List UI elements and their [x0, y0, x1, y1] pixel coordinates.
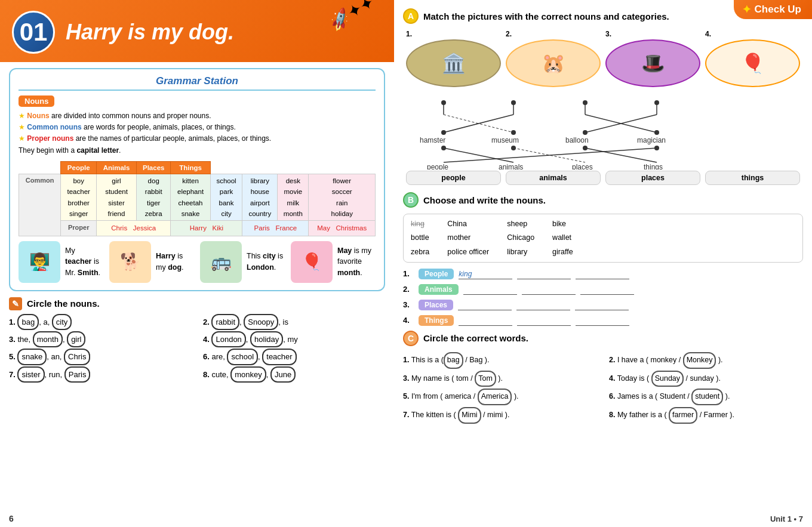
table-cell: flowersoccerrainholiday — [309, 174, 376, 221]
checkup-label: Check Up — [755, 4, 801, 16]
london-image: 🚌 — [200, 241, 242, 283]
category-box-people: people — [406, 171, 501, 185]
fill-line-4b[interactable] — [517, 315, 571, 326]
fill-line-3a[interactable] — [458, 300, 512, 310]
section-c-badge: C — [403, 331, 419, 346]
table-cell-proper-animals: Harry Kiki — [171, 221, 242, 236]
word-col-3: sheep Chicago library — [507, 218, 534, 258]
fill-line-4a[interactable] — [459, 315, 512, 326]
right-panel: ✦ Check Up A Match the pictures with the… — [394, 0, 812, 527]
svg-line-5 — [444, 115, 513, 132]
picture-item-4: 4. 🎈 — [705, 30, 800, 87]
nouns-badge: Nouns — [19, 95, 54, 107]
example-box-3: 🚌 This city is London. — [200, 241, 285, 283]
word-mother: mother — [447, 232, 489, 244]
svg-text:animals: animals — [499, 163, 523, 169]
section-a-title: Match the pictures with the correct noun… — [423, 11, 669, 21]
fill-line-4c[interactable] — [576, 315, 629, 326]
fill-rows: 1. People king 2. Animals 3. Places — [403, 269, 803, 326]
list-item: 8. cute, monkey, June — [203, 366, 385, 383]
svg-text:places: places — [572, 163, 593, 169]
word-chicago: Chicago — [507, 232, 534, 244]
museum-image: 🏛️ — [406, 39, 501, 87]
list-item: 7. sister, run, Paris — [9, 366, 191, 383]
fill-num-1: 1. — [403, 269, 414, 278]
table-cell-proper-people: Chris Jessica — [97, 221, 171, 236]
svg-point-16 — [441, 130, 446, 135]
pictures-row: 1. 🏛️ 2. 🐹 3. 🎩 4. 🎈 — [403, 30, 803, 87]
matching-svg-area: hamster museum balloon magician — [403, 92, 803, 169]
category-box-animals: animals — [506, 171, 601, 185]
unit-title: Harry is my dog. — [66, 20, 234, 45]
list-item: 4. Today is ( Sunday / sunday ). — [609, 371, 803, 387]
svg-point-19 — [654, 130, 659, 135]
animals-badge: Animals — [419, 284, 459, 295]
word-china: China — [447, 218, 489, 230]
fill-row-3: 3. Places — [403, 300, 803, 310]
common-nouns-highlight: Common nouns — [27, 123, 81, 131]
example-box-2: 🐕 Harry is my dog. — [109, 241, 194, 283]
example-text-1: My teacher isMr. Smith. — [65, 245, 103, 279]
table-cell: libraryhouseairportcountry — [242, 174, 278, 221]
list-item: 4. London, holiday, my — [203, 331, 385, 347]
list-item: 7. The kitten is ( Mimi / mimi ). — [403, 407, 597, 424]
exercise-a-badge: ✎ — [9, 297, 22, 310]
svg-point-18 — [583, 130, 588, 135]
section-c-header: C Circle the correct words. — [403, 331, 803, 346]
svg-text:hamster: hamster — [420, 136, 445, 144]
list-item: 2. I have a ( monkey / Monkey ). — [609, 352, 803, 369]
word-zebra: zebra — [411, 246, 429, 258]
list-item: 2. rabbit, Snoopy, is — [203, 314, 385, 330]
table-cell: schoolparkbankcity — [210, 174, 242, 221]
table-places-header: Places — [137, 161, 171, 174]
section-b-header: B Choose and write the nouns. — [403, 192, 803, 208]
word-col-2: China mother police officer — [447, 218, 489, 258]
svg-text:balloon: balloon — [565, 136, 589, 144]
picture-item-3: 3. 🎩 — [605, 30, 700, 87]
section-b: B Choose and write the nouns. king bottl… — [403, 192, 803, 326]
dog-image: 🐕 — [109, 241, 151, 283]
picture-num-4: 4. — [705, 30, 711, 38]
category-boxes-row: people animals places things — [403, 171, 803, 185]
fill-line-3b[interactable] — [516, 300, 570, 310]
page-number-right: Unit 1 • 7 — [770, 514, 803, 523]
fill-line-2a[interactable] — [463, 284, 517, 295]
fill-line-1a[interactable]: king — [459, 269, 512, 279]
teacher-image: 👨‍🏫 — [19, 241, 60, 283]
example-text-3: This city is London. — [247, 251, 285, 273]
fill-line-2c[interactable] — [580, 284, 634, 295]
fill-line-2b[interactable] — [522, 284, 576, 295]
word-bike: bike — [552, 218, 573, 230]
fill-line-1b[interactable] — [517, 269, 571, 279]
svg-text:things: things — [644, 163, 663, 169]
nouns-highlight: Nouns — [27, 112, 49, 120]
left-panel: 01 Harry is my dog. 🚀✦✦ Grammar Station … — [0, 0, 394, 527]
table-cell: deskmoviemilkmonth — [278, 174, 309, 221]
word-police-officer: police officer — [447, 246, 489, 258]
grammar-station-title: Grammar Station — [19, 75, 376, 91]
hamster-image: 🐹 — [506, 39, 601, 87]
places-badge: Places — [419, 300, 453, 310]
people-badge: People — [419, 269, 454, 279]
table-cell: boyteacherbrothersinger — [61, 174, 97, 221]
picture-item-1: 1. 🏛️ — [406, 30, 501, 87]
picture-num-2: 2. — [506, 30, 512, 38]
section-a-badge: A — [403, 8, 419, 24]
word-library: library — [507, 246, 534, 258]
table-animals-header: Animals — [97, 161, 137, 174]
section-c-title: Circle the correct words. — [423, 333, 528, 343]
list-item: 6. James is a ( Student / student ). — [609, 389, 803, 405]
word-bottle: bottle — [411, 232, 429, 244]
proper-nouns-highlight: Proper nouns — [27, 134, 73, 143]
unit-number-badge: 01 — [12, 11, 55, 54]
fill-line-1c[interactable] — [576, 269, 629, 279]
balloon-image: 🎈 — [705, 39, 800, 87]
fill-line-3c[interactable] — [575, 300, 629, 310]
svg-text:magician: magician — [637, 136, 666, 144]
svg-text:people: people — [427, 163, 448, 169]
table-things-header: Things — [171, 161, 210, 174]
svg-line-27 — [444, 148, 657, 162]
word-wallet: wallet — [552, 232, 573, 244]
things-badge: Things — [419, 315, 454, 326]
table-cell-proper-places: Paris France — [242, 221, 309, 236]
